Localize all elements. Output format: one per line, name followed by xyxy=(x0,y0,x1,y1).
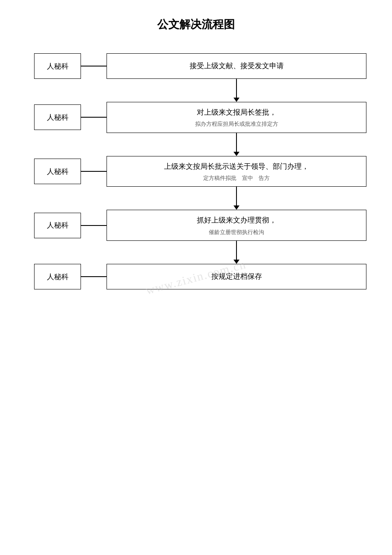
flow-row-1: 人秘科 接受上级文献、接受发文申请 xyxy=(34,53,366,79)
left-box-2: 人秘科 xyxy=(34,104,81,130)
connector-h-2 xyxy=(81,117,107,118)
sub-text-3: 定方稿件拟批 宣中 告方 xyxy=(203,174,270,182)
main-text-1: 接受上级文献、接受发文申请 xyxy=(190,60,284,72)
connector-h-5 xyxy=(81,276,107,277)
left-box-5: 人秘科 xyxy=(34,264,81,289)
arrow-3 xyxy=(34,187,366,210)
connector-h-4 xyxy=(81,225,107,226)
main-text-3: 上级来文按局长批示送关于领导、部门办理， xyxy=(164,161,309,172)
left-box-4: 人秘科 xyxy=(34,213,81,238)
flow-row-4: 人秘科 抓好上级来文办理贯彻， 催龄立册世彻执行检沟 xyxy=(34,210,366,241)
connector-h-1 xyxy=(81,66,107,66)
connector-h-3 xyxy=(81,171,107,172)
right-box-5: 按规定进档保存 xyxy=(107,264,366,289)
right-box-1: 接受上级文献、接受发文申请 xyxy=(107,53,366,79)
right-box-4: 抓好上级来文办理贯彻， 催龄立册世彻执行检沟 xyxy=(107,210,366,241)
main-text-5: 按规定进档保存 xyxy=(211,271,262,282)
left-box-3: 人秘科 xyxy=(34,159,81,184)
arrow-2 xyxy=(34,133,366,156)
arrow-4 xyxy=(34,241,366,264)
flow-row-2: 人秘科 对上级来文报局长签批， 拟办方程应担局长或批准立排定方 xyxy=(34,102,366,133)
main-text-2: 对上级来文报局长签批， xyxy=(197,107,277,118)
right-box-3: 上级来文按局长批示送关于领导、部门办理， 定方稿件拟批 宣中 告方 xyxy=(107,156,366,187)
left-box-1: 人秘科 xyxy=(34,53,81,79)
sub-text-2: 拟办方程应担局长或批准立排定方 xyxy=(195,120,278,128)
flowchart: 人秘科 接受上级文献、接受发文申请 人秘科 对上级来文报局长签批， xyxy=(26,53,366,289)
flow-row-5: 人秘科 按规定进档保存 xyxy=(34,264,366,289)
arrow-1 xyxy=(34,79,366,102)
flow-row-3: 人秘科 上级来文按局长批示送关于领导、部门办理， 定方稿件拟批 宣中 告方 xyxy=(34,156,366,187)
main-text-4: 抓好上级来文办理贯彻， xyxy=(197,214,277,226)
page-title: 公文解决流程图 xyxy=(26,17,366,32)
sub-text-4: 催龄立册世彻执行检沟 xyxy=(209,228,264,237)
right-box-2: 对上级来文报局长签批， 拟办方程应担局长或批准立排定方 xyxy=(107,102,366,133)
page: 公文解决流程图 人秘科 接受上级文献、接受发文申请 人秘科 xyxy=(0,0,392,555)
